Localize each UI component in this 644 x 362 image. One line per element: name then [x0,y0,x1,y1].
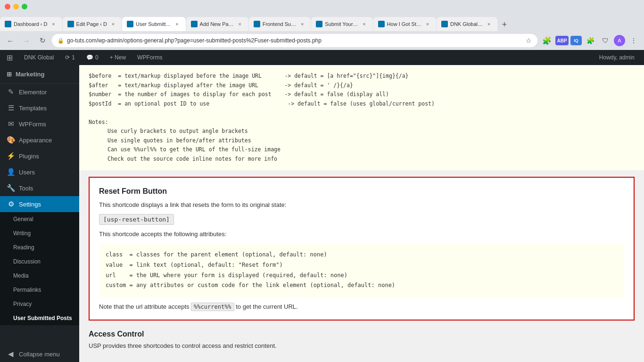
tab-label: Dashboard ‹ D [14,21,48,27]
shield-icon[interactable]: 🛡 [599,34,612,47]
wp-logo-icon: ⊞ [7,53,13,62]
sidebar-item-permalinks[interactable]: Permalinks [0,283,79,297]
howdy-text[interactable]: Howdy, admin [599,54,640,61]
sidebar-logo: ⊞ Marketing [0,65,79,84]
ext-iq-button[interactable]: IQ [570,36,582,45]
puzzle-icon[interactable]: 🧩 [584,34,597,47]
close-button[interactable] [5,4,10,9]
sidebar-templates-label: Templates [19,105,47,112]
shortcode-tag[interactable]: [usp-reset-button] [99,214,174,225]
sidebar-item-writing[interactable]: Writing [0,226,79,240]
code-line: $before = text/markup displayed before t… [89,72,635,81]
extensions-icon[interactable]: 🧩 [540,34,553,47]
browser-extensions: 🧩 ABP IQ 🧩 🛡 A ⋮ [540,34,640,47]
collapse-label: Collapse menu [19,351,60,358]
sidebar-item-privacy[interactable]: Privacy [0,297,79,311]
note-prefix: Note that the url attribute accepts [99,303,191,310]
tab-close-icon[interactable]: × [236,20,244,28]
sidebar-item-appearance[interactable]: 🎨 Appearance [0,132,79,148]
tab-label: Frontend Su… [263,21,297,27]
note-suffix: to get the current URL. [234,303,298,310]
minimize-button[interactable] [13,4,19,9]
comments-icon: 💬 [86,54,93,61]
access-control-desc: USP provides three shortcodes to control… [89,342,635,349]
sidebar-item-media[interactable]: Media [0,269,79,283]
sidebar-item-settings[interactable]: ⚙ Settings [0,196,79,212]
code-line: $after = text/markup displayed after the… [89,81,635,90]
highlight-box-wrapper: Reset Form Button This shortcode display… [79,170,644,320]
tab-submit-your[interactable]: Submit Your… × [311,17,372,31]
avatar-icon[interactable]: A [614,35,625,46]
lock-icon: 🔒 [58,38,64,44]
sidebar: ⊞ Marketing ✎ Elementor ☰ Templates ✉ WP… [0,65,79,362]
notes-list: Use curly brackets to output angle brack… [89,127,635,164]
wp-admin-bar: ⊞ DNK Global ⟳ 1 💬 0 + New WPForms Howdy… [0,50,644,65]
sidebar-item-discussion[interactable]: Discussion [0,255,79,269]
tab-label: DNK Global… [450,21,483,27]
settings-icon: ⚙ [7,200,15,208]
sidebar-settings-label: Settings [19,201,41,208]
ext-yellow-button[interactable]: ABP [555,36,569,45]
sidebar-item-wpforms[interactable]: ✉ WPForms [0,116,79,132]
tab-close-icon[interactable]: × [485,20,493,28]
site-name-label: DNK Global [24,54,54,61]
menu-icon[interactable]: ⋮ [627,34,640,47]
tab-edit-page[interactable]: Edit Page ‹ D × [63,17,122,31]
tab-dashboard[interactable]: Dashboard ‹ D × [0,17,62,31]
tab-close-icon[interactable]: × [50,20,58,28]
settings-submenu: General Writing Reading Discussion Media… [0,212,79,325]
refresh-button[interactable]: ↻ [36,34,49,47]
wp-logo-item[interactable]: ⊞ [4,50,16,65]
tab-how-i-got[interactable]: How I Got St… × [373,17,436,31]
forward-button[interactable]: → [20,34,33,47]
code-line: $number = the number of images to displa… [89,90,635,99]
wpforms-admin-item[interactable]: WPForms [134,50,165,65]
note-line: Use single quotes in before/after attrib… [107,136,635,146]
site-name-item[interactable]: DNK Global [21,50,57,65]
new-tab-button[interactable]: + [498,18,511,31]
new-content-item[interactable]: + New [107,50,129,65]
general-label: General [13,216,33,222]
inline-code-current: %%current%% [191,303,234,311]
sidebar-item-users[interactable]: 👤 Users [0,164,79,180]
sidebar-item-plugins[interactable]: ⚡ Plugins [0,148,79,164]
reading-label: Reading [13,244,34,251]
tab-favicon [378,21,385,27]
tab-close-icon[interactable]: × [361,20,368,28]
comments-item[interactable]: 💬 0 [83,50,101,65]
tab-favicon [441,21,448,27]
collapse-menu-item[interactable]: ◀ Collapse menu [0,346,79,362]
tab-frontend-su[interactable]: Frontend Su… × [249,17,311,31]
tab-close-icon[interactable]: × [424,20,431,28]
tab-close-icon[interactable]: × [173,20,181,28]
tab-user-submitted[interactable]: User Submitt… × [122,17,186,31]
sidebar-plugins-label: Plugins [19,153,39,160]
note-text: Note that the url attribute accepts %%cu… [99,303,624,310]
sidebar-item-elementor[interactable]: ✎ Elementor [0,84,79,100]
code-line: $postId = an optional post ID to use -> … [89,99,635,109]
sidebar-item-general[interactable]: General [0,212,79,226]
collapse-icon: ◀ [7,350,15,358]
tab-add-new-page[interactable]: Add New Pa… × [186,17,248,31]
tab-dnk-global[interactable]: DNK Global… × [437,17,497,31]
updates-item[interactable]: ⟳ 1 [62,50,78,65]
sidebar-appearance-label: Appearance [19,137,52,144]
url-bar[interactable]: 🔒 go-tuts.com/wp-admin/options-general.p… [52,34,537,47]
attributes-intro: This shortcode accepts the following att… [99,230,624,238]
tab-label: Edit Page ‹ D [76,21,107,27]
note-line: Use curly brackets to output angle brack… [107,127,635,136]
tab-close-icon[interactable]: × [298,20,306,28]
back-button[interactable]: ← [4,34,17,47]
permalinks-label: Permalinks [13,287,41,293]
attr-url: url = the URL where your form is display… [106,271,618,281]
star-icon[interactable]: ☆ [526,37,532,44]
sidebar-item-templates[interactable]: ☰ Templates [0,100,79,116]
tab-bar: Dashboard ‹ D × Edit Page ‹ D × User Sub… [0,13,644,31]
sidebar-item-tools[interactable]: 🔧 Tools [0,180,79,196]
sidebar-item-user-submitted-posts[interactable]: User Submitted Posts [0,311,79,325]
tab-label: Submit Your… [325,21,358,27]
access-control-title: Access Control [89,330,635,338]
sidebar-item-reading[interactable]: Reading [0,240,79,255]
maximize-button[interactable] [22,4,27,9]
tab-close-icon[interactable]: × [109,20,117,28]
